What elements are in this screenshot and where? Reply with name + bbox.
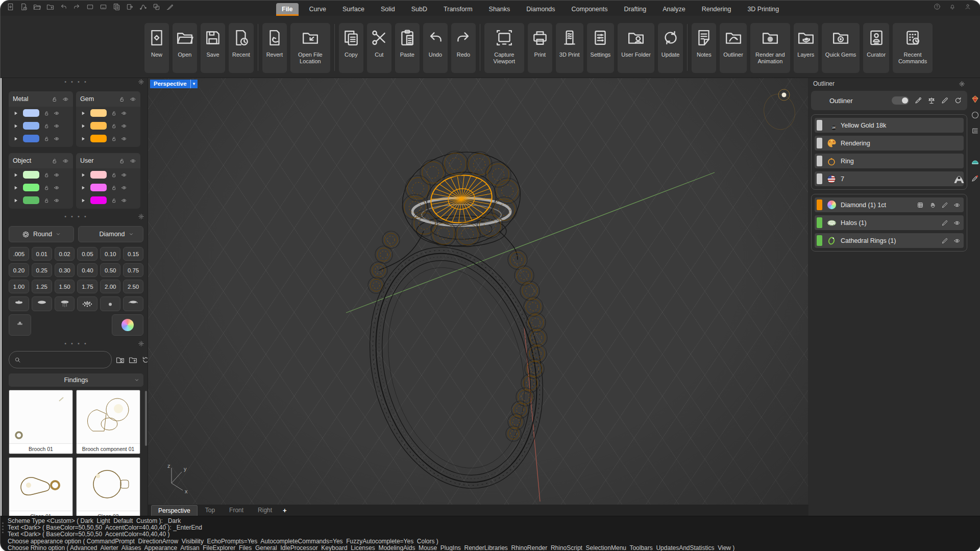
paste-button[interactable]: Paste <box>395 23 420 73</box>
artisan-logo-icon[interactable] <box>971 143 979 151</box>
library-search[interactable] <box>9 351 112 368</box>
gear-icon[interactable] <box>959 81 965 87</box>
tab-diamonds[interactable]: Diamonds <box>521 3 560 16</box>
hand-icon[interactable] <box>929 202 936 209</box>
lock-icon[interactable] <box>118 158 125 164</box>
curve-icon[interactable] <box>139 3 147 11</box>
eye-icon[interactable] <box>121 110 127 116</box>
circle-outline-icon[interactable] <box>971 111 979 119</box>
size-button[interactable]: 1.25 <box>32 280 52 293</box>
library-item-brooch-01[interactable]: Brooch 01 <box>9 390 73 454</box>
help-icon[interactable] <box>934 3 941 10</box>
eye-icon[interactable] <box>953 202 961 209</box>
panel-drag-handle[interactable]: • • • • <box>6 213 146 220</box>
save-button[interactable]: Save <box>201 23 225 73</box>
play-icon[interactable] <box>13 110 19 116</box>
capture-viewport-button[interactable]: Capture Viewport <box>484 23 524 73</box>
color-swatch[interactable] <box>23 109 39 117</box>
size-button[interactable]: 2.50 <box>123 280 143 293</box>
prong-basket-button[interactable] <box>9 296 29 311</box>
lock-icon[interactable] <box>43 172 50 178</box>
command-panel-handle[interactable] <box>2 522 4 533</box>
size-button[interactable]: 0.30 <box>55 263 75 277</box>
library-scrollbar[interactable] <box>145 391 147 446</box>
search-input[interactable] <box>24 356 106 364</box>
eye-icon[interactable] <box>54 123 60 129</box>
size-button[interactable]: 0.05 <box>77 247 97 261</box>
undo-icon[interactable] <box>60 3 67 11</box>
lock-icon[interactable] <box>51 96 58 103</box>
color-swatch[interactable] <box>90 109 107 117</box>
copy-viewport-icon[interactable] <box>113 3 120 11</box>
fluted-setting-button[interactable] <box>55 296 75 311</box>
tab-shanks[interactable]: Shanks <box>483 3 516 16</box>
layers-button[interactable]: Layers <box>794 23 818 73</box>
play-icon[interactable] <box>80 123 86 129</box>
update-button[interactable]: Update <box>658 23 683 73</box>
cone-setting-button[interactable] <box>32 296 52 311</box>
eye-icon[interactable] <box>121 123 127 129</box>
peg-head-button[interactable] <box>9 314 31 336</box>
dropper-icon[interactable] <box>914 96 922 105</box>
outliner-row-halos[interactable]: Halos (1) <box>815 215 964 230</box>
size-button[interactable]: 0.01 <box>32 247 52 261</box>
revert-button[interactable]: Revert <box>262 23 287 73</box>
add-viewport-tab-button[interactable]: + <box>280 505 290 516</box>
size-button[interactable]: 0.02 <box>55 247 75 261</box>
stone-shape-dropdown[interactable]: Round <box>9 226 74 242</box>
notes-button[interactable]: Notes <box>692 23 716 73</box>
lock-icon[interactable] <box>111 172 117 178</box>
lock-icon[interactable] <box>111 110 117 116</box>
lock-icon[interactable] <box>43 110 50 116</box>
command-history-panel[interactable]: Scheme Type <Custom> ( Dark Light Defaul… <box>1 516 980 551</box>
size-button[interactable]: 2.00 <box>100 280 120 293</box>
tulip-setting-button[interactable] <box>123 296 143 311</box>
play-icon[interactable] <box>80 110 86 116</box>
gem-teal-icon[interactable] <box>971 159 979 166</box>
eye-icon[interactable] <box>54 172 60 178</box>
eye-icon[interactable] <box>130 158 136 164</box>
eye-icon[interactable] <box>62 96 69 103</box>
outliner-row-ring[interactable]: Ring <box>815 154 964 168</box>
outliner-row-yellow-gold[interactable]: 18K Yellow Gold 18k <box>815 118 964 133</box>
lock-icon[interactable] <box>111 185 117 191</box>
tab-curve[interactable]: Curve <box>304 3 332 16</box>
open-folder-icon[interactable] <box>33 3 41 11</box>
outliner-row-cathedral-rings[interactable]: Cathedral Rings (1) <box>815 233 964 248</box>
3d-print-button[interactable]: 3D Print <box>556 23 583 73</box>
outliner-row-diamond[interactable]: Diamond (1) 1ct <box>815 197 964 212</box>
play-icon[interactable] <box>80 136 86 142</box>
notifications-icon[interactable] <box>949 3 956 10</box>
library-category-header[interactable]: Findings <box>9 373 143 387</box>
eye-icon[interactable] <box>54 110 60 116</box>
recent-button[interactable]: Recent <box>229 23 254 73</box>
tab-surface[interactable]: Surface <box>337 3 370 16</box>
outliner-button[interactable]: Outliner <box>720 23 747 73</box>
pencil-icon[interactable] <box>941 237 948 244</box>
new-document-icon[interactable] <box>7 3 14 11</box>
stone-cut-dropdown[interactable]: Diamond <box>78 226 143 242</box>
panel-settings-button[interactable] <box>138 78 144 85</box>
add-library-folder-button[interactable] <box>129 355 137 364</box>
color-swatch[interactable] <box>23 135 39 142</box>
flower-setting-button[interactable] <box>100 296 120 311</box>
link-nodes-icon[interactable] <box>153 3 160 11</box>
viewport-tab-front[interactable]: Front <box>223 505 250 516</box>
pencil-icon[interactable] <box>941 96 949 105</box>
recent-commands-button[interactable]: Recent Commands <box>893 23 933 73</box>
pencil-icon[interactable] <box>941 202 948 209</box>
play-icon[interactable] <box>13 185 19 191</box>
viewport-options-icon[interactable] <box>100 3 107 11</box>
tab-drafting[interactable]: Drafting <box>618 3 652 16</box>
size-button[interactable]: 1.50 <box>55 280 75 293</box>
open-file-location-button[interactable]: Open File Location <box>290 23 330 73</box>
open-button[interactable]: Open <box>173 23 197 73</box>
play-icon[interactable] <box>80 185 86 191</box>
play-icon[interactable] <box>13 136 19 142</box>
color-swatch[interactable] <box>90 135 107 142</box>
library-item-clasp-01[interactable]: Clasp 01 <box>9 457 73 521</box>
viewport-icon[interactable] <box>86 3 94 11</box>
tab-rendering[interactable]: Rendering <box>696 3 737 16</box>
viewport-tab-top[interactable]: Top <box>199 505 222 516</box>
tab-analyze[interactable]: Analyze <box>657 3 691 16</box>
